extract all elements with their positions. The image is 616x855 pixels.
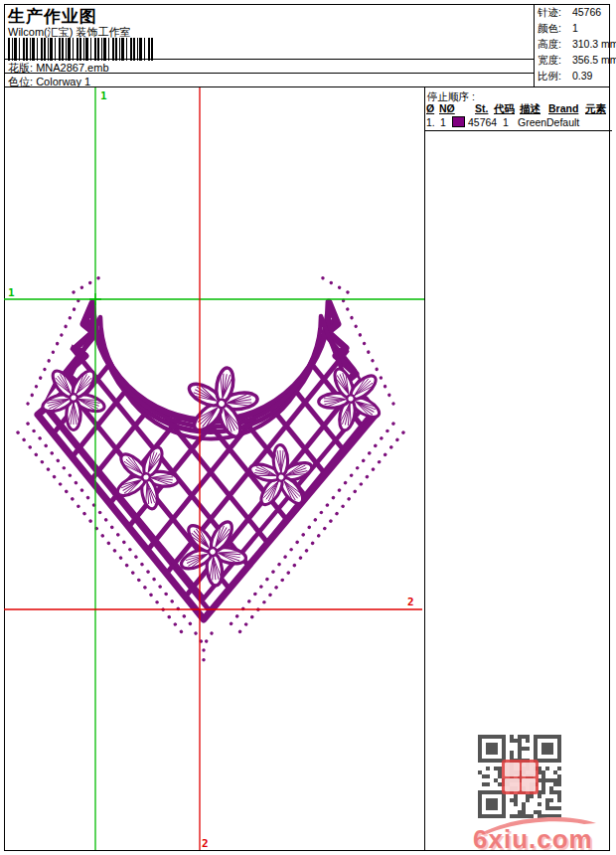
height-value: 310.3 mm <box>572 38 616 50</box>
end-marker-label-right: 2 <box>407 596 414 608</box>
color-count-row: 颜色: 1 <box>538 22 616 36</box>
watermark-text: 6xiu.com <box>473 824 593 855</box>
scale-label: 比例: <box>538 70 569 84</box>
height-row: 高度: 310.3 mm <box>538 38 616 52</box>
color-count-value: 1 <box>572 22 578 34</box>
stitch-count-label: 针迹: <box>538 6 569 20</box>
info-panel: 针迹: 45766 颜色: 1 高度: 310.3 mm 宽度: 356.5 m… <box>538 6 616 84</box>
start-marker-label-left: 1 <box>8 286 15 299</box>
color-count-label: 颜色: <box>538 22 569 36</box>
qr-red-seal <box>502 760 539 794</box>
header-row-divider <box>4 59 535 60</box>
stitch-count-value: 45766 <box>572 6 601 18</box>
scale-row: 比例: 0.39 <box>538 70 616 84</box>
stitch-count-row: 针迹: 45766 <box>538 6 616 20</box>
barcode <box>8 38 153 61</box>
height-label: 高度: <box>538 38 569 52</box>
info-panel-divider <box>534 4 535 87</box>
width-label: 宽度: <box>538 54 569 68</box>
qr-code <box>476 733 565 820</box>
width-value: 356.5 mm <box>572 54 616 66</box>
scale-value: 0.39 <box>572 70 592 82</box>
start-marker-label-top: 1 <box>100 89 107 102</box>
end-marker-label-bottom: 2 <box>202 837 209 850</box>
production-worksheet-page: 生产作业图 Wilcom(汇宝) 装饰工作室 花版: MNA2867.emb 色… <box>0 0 616 855</box>
width-row: 宽度: 356.5 mm <box>538 54 616 68</box>
header-row-divider-2 <box>4 73 535 74</box>
